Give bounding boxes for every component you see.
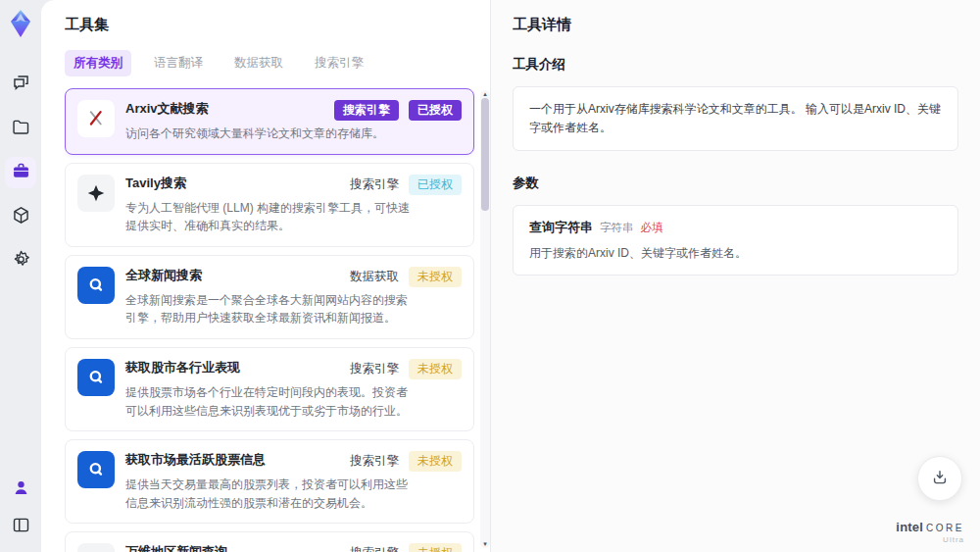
status-badge: 已授权 [409, 175, 462, 195]
tool-description: 全球新闻搜索是一个聚合全球各大新闻网站内容的搜索引擎，帮助用户快速获取全球最新资… [125, 291, 412, 327]
intro-heading: 工具介绍 [513, 56, 958, 74]
category-label: 数据获取 [350, 269, 399, 285]
cube-icon [11, 205, 31, 228]
tools-panel: 工具集 所有类别 语言翻译 数据获取 搜索引擎 [41, 0, 490, 552]
param-description: 用于搜索的Arxiv ID、关键字或作者姓名。 [529, 245, 942, 262]
tab-data-fetch[interactable]: 数据获取 [225, 50, 292, 76]
tool-card-global-news[interactable]: 全球新闻搜索 数据获取 未授权 全球新闻搜索是一个聚合全球各大新闻网站内容的搜索… [65, 255, 474, 339]
news-search-logo-icon [77, 359, 115, 396]
folder-icon [11, 117, 31, 140]
tool-description: 专为人工智能代理 (LLM) 构建的搜索引擎工具，可快速提供实时、准确和真实的结… [125, 199, 412, 235]
tool-card-sector-performance[interactable]: 获取股市各行业表现 搜索引擎 未授权 提供股票市场各个行业在特定时间段内的表现。… [65, 347, 474, 431]
param-name: 查询字符串 [529, 219, 593, 236]
intel-core-logo: intel CORE Ultra [896, 521, 964, 544]
tool-intro-text: 一个用于从Arxiv存储库搜索科学论文和文章的工具。 输入可以是Arxiv ID… [513, 86, 958, 151]
tool-card-active-stocks[interactable]: 获取市场最活跃股票信息 搜索引擎 未授权 提供当天交易量最高的股票列表，投资者可… [65, 439, 474, 524]
param-required-flag: 必填 [641, 221, 663, 235]
scrollbar-thumb[interactable] [481, 98, 489, 211]
gear-icon [11, 249, 31, 273]
tool-name: Arxiv文献搜索 [125, 100, 209, 118]
category-tabs: 所有类别 语言翻译 数据获取 搜索引擎 [65, 50, 490, 76]
sidebar-item-files[interactable] [5, 113, 36, 144]
detail-title: 工具详情 [513, 16, 958, 34]
download-icon [930, 468, 950, 490]
category-label: 搜索引擎 [350, 176, 399, 193]
tool-body: 万维地区新闻查询 搜索引擎 未授权 查询具体行政区划内的新闻，快速了解各地新闻动… [125, 543, 462, 552]
tab-search-engine[interactable]: 搜索引擎 [306, 50, 372, 76]
news-search-logo-icon [77, 267, 115, 304]
tool-body: Arxiv文献搜索 搜索引擎 已授权 访问各个研究领域大量科学论文和文章的存储库… [125, 100, 462, 143]
tool-card-regional-news[interactable]: 万维地区新闻查询 搜索引擎 未授权 查询具体行政区划内的新闻，快速了解各地新闻动… [65, 531, 474, 552]
download-button[interactable] [917, 456, 962, 501]
sidebar [0, 0, 41, 552]
status-badge: 未授权 [409, 451, 462, 472]
list-scrollbar[interactable]: ▴ ▾ [480, 90, 490, 548]
sidebar-item-settings[interactable] [5, 245, 36, 276]
tab-all-categories[interactable]: 所有类别 [65, 50, 131, 76]
core-wordmark: CORE [926, 524, 964, 533]
sidebar-item-chat[interactable] [5, 69, 36, 100]
param-card: 查询字符串 字符串 必填 用于搜索的Arxiv ID、关键字或作者姓名。 [513, 205, 958, 276]
sidebar-item-tools[interactable] [5, 157, 36, 188]
briefcase-icon [11, 161, 31, 184]
app-window: 工具集 所有类别 语言翻译 数据获取 搜索引擎 [0, 0, 980, 552]
newspaper-icon [77, 543, 115, 552]
intel-wordmark: intel [896, 521, 923, 533]
sidebar-bottom [5, 474, 36, 542]
page-title: 工具集 [65, 16, 490, 34]
sparkle-icon [77, 175, 115, 212]
tool-description: 访问各个研究领域大量科学论文和文章的存储库。 [125, 125, 412, 143]
category-label: 搜索引擎 [350, 361, 399, 377]
tool-name: 获取市场最活跃股票信息 [125, 451, 266, 469]
param-type: 字符串 [600, 221, 634, 235]
tool-detail-panel: 工具详情 工具介绍 一个用于从Arxiv存储库搜索科学论文和文章的工具。 输入可… [490, 0, 980, 552]
category-label: 搜索引擎 [350, 453, 399, 470]
app-logo-icon [4, 8, 37, 41]
category-badge: 搜索引擎 [334, 100, 399, 121]
status-badge: 未授权 [409, 267, 462, 287]
tool-name: 全球新闻搜索 [125, 267, 202, 284]
tool-name: 万维地区新闻查询 [125, 543, 227, 552]
tool-body: 全球新闻搜索 数据获取 未授权 全球新闻搜索是一个聚合全球各大新闻网站内容的搜索… [125, 267, 462, 327]
sidebar-item-models[interactable] [5, 201, 36, 232]
tab-translation[interactable]: 语言翻译 [145, 50, 212, 76]
sidebar-item-profile[interactable] [5, 474, 36, 505]
sidebar-item-collapse[interactable] [5, 511, 36, 542]
tool-name: 获取股市各行业表现 [125, 359, 240, 376]
tool-name: Tavily搜索 [125, 175, 186, 192]
category-label: 搜索引擎 [350, 545, 399, 552]
tool-body: 获取市场最活跃股票信息 搜索引擎 未授权 提供当天交易量最高的股票列表，投资者可… [125, 451, 462, 512]
tool-card-arxiv[interactable]: Arxiv文献搜索 搜索引擎 已授权 访问各个研究领域大量科学论文和文章的存储库… [65, 88, 474, 155]
status-badge: 未授权 [409, 543, 462, 552]
user-icon [11, 477, 31, 501]
status-badge: 已授权 [409, 100, 462, 121]
news-search-logo-icon [77, 451, 115, 488]
main-content: 工具集 所有类别 语言翻译 数据获取 搜索引擎 [41, 0, 980, 552]
scroll-down-icon[interactable]: ▾ [480, 540, 490, 548]
tool-card-tavily[interactable]: Tavily搜索 搜索引擎 已授权 专为人工智能代理 (LLM) 构建的搜索引擎… [65, 163, 474, 247]
tool-body: 获取股市各行业表现 搜索引擎 未授权 提供股票市场各个行业在特定时间段内的表现。… [125, 359, 462, 420]
scroll-up-icon[interactable]: ▴ [480, 90, 490, 98]
intel-sub-label: Ultra [896, 536, 964, 544]
params-heading: 参数 [513, 175, 958, 192]
tool-description: 提供当天交易量最高的股票列表，投资者可以利用这些信息来识别流动性强的股票和潜在的… [125, 476, 412, 512]
status-badge: 未授权 [409, 359, 462, 379]
tool-body: Tavily搜索 搜索引擎 已授权 专为人工智能代理 (LLM) 构建的搜索引擎… [125, 175, 462, 235]
panel-icon [11, 515, 31, 538]
sidebar-nav [5, 69, 36, 276]
tool-list: Arxiv文献搜索 搜索引擎 已授权 访问各个研究领域大量科学论文和文章的存储库… [65, 88, 490, 552]
arxiv-icon [77, 100, 115, 137]
chat-icon [11, 73, 31, 96]
tool-description: 提供股票市场各个行业在特定时间段内的表现。投资者可以利用这些信息来识别表现优于或… [125, 383, 412, 420]
